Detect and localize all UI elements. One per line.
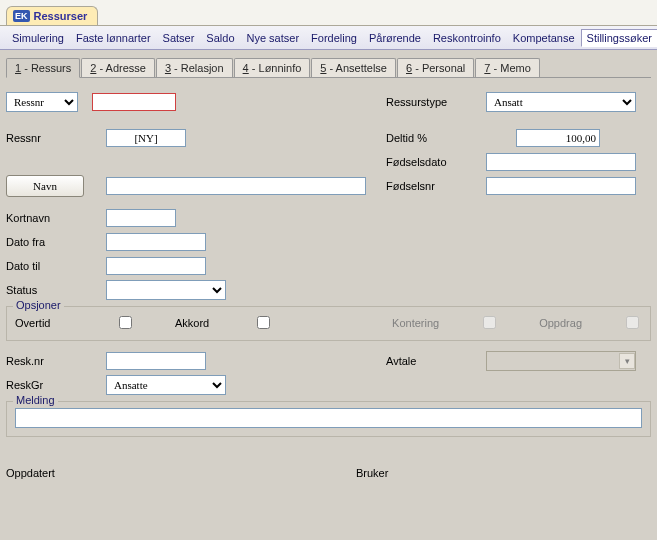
menu-item-reskontroinfo[interactable]: Reskontroinfo — [427, 29, 507, 47]
work-area: 1 - Ressurs2 - Adresse3 - Relasjon4 - Lø… — [0, 50, 657, 540]
ressnr2-input[interactable] — [106, 129, 186, 147]
resknr-label: Resk.nr — [6, 355, 106, 367]
app-title-tab: EK Ressurser — [6, 6, 98, 25]
app-logo: EK — [13, 10, 30, 22]
datotil-input[interactable] — [106, 257, 206, 275]
reskgr-select[interactable]: Ansatte — [106, 375, 226, 395]
kontering-checkbox — [483, 316, 496, 329]
kortnavn-input[interactable] — [106, 209, 176, 227]
deltid-label: Deltid % — [386, 132, 486, 144]
ressnr-combo[interactable]: Ressnr — [6, 92, 78, 112]
ressurstype-label: Ressurstype — [386, 96, 486, 108]
akkord-label: Akkord — [175, 317, 209, 329]
oppdatert-label: Oppdatert — [6, 467, 106, 479]
ressnr2-label: Ressnr — [6, 132, 106, 144]
status-label: Status — [6, 284, 106, 296]
avtale-select-disabled: ▾ — [486, 351, 636, 371]
tab-ansettelse[interactable]: 5 - Ansettelse — [311, 58, 396, 77]
fodselsdato-input[interactable] — [486, 153, 636, 171]
avtale-label: Avtale — [386, 355, 486, 367]
tab-adresse[interactable]: 2 - Adresse — [81, 58, 155, 77]
tab-memo[interactable]: 7 - Memo — [475, 58, 539, 77]
tab-lønninfo[interactable]: 4 - Lønninfo — [234, 58, 311, 77]
opsjoner-legend: Opsjoner — [13, 299, 64, 311]
deltid-input[interactable] — [516, 129, 600, 147]
melding-legend: Melding — [13, 394, 58, 406]
menu-item-nye satser[interactable]: Nye satser — [241, 29, 306, 47]
menu-item-satser[interactable]: Satser — [157, 29, 201, 47]
oppdrag-label: Oppdrag — [539, 317, 582, 329]
fodselsnr-input[interactable] — [486, 177, 636, 195]
tab-ressurs[interactable]: 1 - Ressurs — [6, 58, 80, 78]
tab-relasjon[interactable]: 3 - Relasjon — [156, 58, 233, 77]
fodselsdato-label: Fødselsdato — [386, 156, 486, 168]
melding-group: Melding — [6, 401, 651, 437]
tab-personal[interactable]: 6 - Personal — [397, 58, 474, 77]
overtid-checkbox[interactable] — [119, 316, 132, 329]
datofra-label: Dato fra — [6, 236, 106, 248]
datofra-input[interactable] — [106, 233, 206, 251]
menu-item-saldo[interactable]: Saldo — [200, 29, 240, 47]
kortnavn-label: Kortnavn — [6, 212, 106, 224]
overtid-label: Overtid — [15, 317, 105, 329]
kontering-label: Kontering — [392, 317, 439, 329]
navn-button[interactable]: Navn — [6, 175, 84, 197]
title-bar: EK Ressurser — [0, 0, 657, 26]
oppdrag-checkbox — [626, 316, 639, 329]
bruker-label: Bruker — [356, 467, 456, 479]
opsjoner-group: Opsjoner Overtid Akkord Kontering Oppdra… — [6, 306, 651, 341]
status-select[interactable] — [106, 280, 226, 300]
melding-input[interactable] — [15, 408, 642, 428]
menu-item-simulering[interactable]: Simulering — [6, 29, 70, 47]
menu-bar: SimuleringFaste lønnarterSatserSaldoNye … — [0, 26, 657, 50]
resknr-input[interactable] — [106, 352, 206, 370]
navn-input[interactable] — [106, 177, 366, 195]
tab-strip: 1 - Ressurs2 - Adresse3 - Relasjon4 - Lø… — [6, 56, 651, 78]
ressnr-input[interactable] — [92, 93, 176, 111]
reskgr-label: ReskGr — [6, 379, 106, 391]
menu-item-faste lønnarter[interactable]: Faste lønnarter — [70, 29, 157, 47]
menu-item-fordeling[interactable]: Fordeling — [305, 29, 363, 47]
fodselsnr-label: Fødselsnr — [386, 180, 486, 192]
form-panel: Ressnr Ressurstype Ansatt Ressnr Deltid … — [6, 78, 651, 485]
menu-item-pårørende[interactable]: Pårørende — [363, 29, 427, 47]
menu-item-stillingssøker[interactable]: Stillingssøker — [581, 29, 657, 47]
chevron-down-icon: ▾ — [619, 353, 635, 369]
akkord-checkbox[interactable] — [257, 316, 270, 329]
ressurstype-select[interactable]: Ansatt — [486, 92, 636, 112]
app-title: Ressurser — [34, 10, 88, 22]
menu-item-kompetanse[interactable]: Kompetanse — [507, 29, 581, 47]
datotil-label: Dato til — [6, 260, 106, 272]
